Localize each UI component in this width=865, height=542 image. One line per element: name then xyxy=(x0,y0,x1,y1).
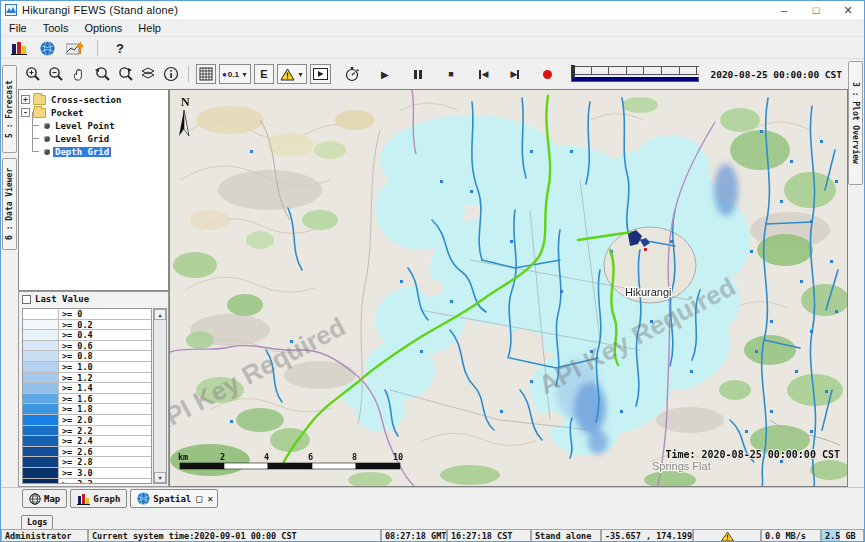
right-dock-strip: 3 : Plot Overview xyxy=(847,61,864,487)
svg-text:10: 10 xyxy=(393,452,403,462)
current-time-label: 2020-08-25 00:00:00 CST xyxy=(710,69,842,80)
menu-file[interactable]: File xyxy=(1,20,35,36)
folder-icon xyxy=(33,108,46,118)
scroll-down-icon[interactable]: ▼ xyxy=(154,472,166,483)
legend-swatch xyxy=(23,383,59,393)
zoom-next-icon[interactable] xyxy=(115,64,135,84)
timeline-thumb[interactable] xyxy=(571,65,575,78)
collapse-icon[interactable]: - xyxy=(21,108,30,117)
help-button[interactable]: ? xyxy=(110,38,130,58)
close-button[interactable]: ✕ xyxy=(832,1,864,19)
legend-row: >= 3.0 xyxy=(23,468,151,479)
tab-maximize-icon[interactable]: □ xyxy=(196,493,202,504)
left-dock-strip: 5 : Forecast 6 : Data Viewer xyxy=(1,65,18,487)
tab-spatial[interactable]: Spatial □ ✕ xyxy=(130,489,218,508)
node-bullet-icon xyxy=(44,123,50,129)
legend-swatch xyxy=(23,415,59,425)
legend-row: >= 1.8 xyxy=(23,404,151,415)
maximize-button[interactable]: □ xyxy=(800,1,832,19)
scroll-up-icon[interactable]: ▲ xyxy=(154,309,166,320)
svg-text:8: 8 xyxy=(352,452,357,462)
status-coordinates: -35.657 , 174.199 xyxy=(601,529,693,542)
tab-map[interactable]: Map xyxy=(22,489,67,508)
last-value-label: Last Value xyxy=(35,294,89,304)
record-button[interactable] xyxy=(538,64,558,84)
legend-row: >= 0.8 xyxy=(23,351,151,362)
step-forward-button[interactable]: ▶ xyxy=(505,64,525,84)
last-value-checkbox[interactable] xyxy=(22,295,31,304)
status-mode: Stand alone xyxy=(531,529,601,542)
legend-swatch xyxy=(23,373,59,383)
animation-dialog-button[interactable] xyxy=(310,64,331,84)
globe-icon[interactable] xyxy=(37,38,57,58)
tab-forecast[interactable]: 5 : Forecast xyxy=(2,65,17,153)
layers-tree: + Cross-section - Pocket Level Point Lev… xyxy=(18,89,169,291)
chevron-down-icon: ▼ xyxy=(297,71,304,78)
legend-row: >= 1.4 xyxy=(23,383,151,394)
timeline-slider[interactable] xyxy=(571,66,700,82)
timer-icon[interactable] xyxy=(342,64,362,84)
database-chart-icon[interactable] xyxy=(9,38,29,58)
tab-plot-overview[interactable]: 3 : Plot Overview xyxy=(848,61,863,185)
town-label: Hikurangi xyxy=(625,286,671,298)
tab-data-viewer[interactable]: 6 : Data Viewer xyxy=(2,158,17,250)
menu-help[interactable]: Help xyxy=(130,20,169,36)
legend-swatch xyxy=(23,447,59,457)
tree-node-level-grid[interactable]: Level Grid xyxy=(21,132,166,145)
legend-swatch xyxy=(23,426,59,436)
classbreaks-dropdown[interactable]: ● 0.1 ▼ xyxy=(219,64,251,84)
step-back-button[interactable]: ◀ xyxy=(474,64,494,84)
info-icon[interactable] xyxy=(161,64,181,84)
tree-node-depth-grid[interactable]: Depth Grid xyxy=(21,145,166,158)
legend-row: >= 2.8 xyxy=(23,457,151,468)
menu-bar: File Tools Options Help xyxy=(1,19,864,37)
thresholds-dropdown[interactable]: ▼ xyxy=(277,64,307,84)
legend-swatch xyxy=(23,479,59,485)
tree-node-cross-section[interactable]: + Cross-section xyxy=(21,93,166,106)
svg-text:6: 6 xyxy=(308,452,313,462)
legend-toggle-button[interactable]: E xyxy=(254,64,274,84)
tree-node-level-point[interactable]: Level Point xyxy=(21,119,166,132)
map-canvas[interactable]: API Key Required API Key Required Hikura… xyxy=(169,89,848,487)
status-warning-cell xyxy=(693,529,761,542)
status-user: Administrator xyxy=(1,529,88,542)
svg-text:4: 4 xyxy=(264,452,269,462)
logs-button[interactable]: Logs xyxy=(21,515,53,530)
chevron-down-icon: ▼ xyxy=(241,71,248,78)
timeline-period-bar xyxy=(571,77,700,82)
classbreaks-value: 0.1 xyxy=(228,70,239,79)
locality-label: Springs Flat xyxy=(652,460,711,472)
tab-graph[interactable]: Graph xyxy=(70,489,127,508)
legend-swatch xyxy=(23,330,59,340)
status-gmt-time: 08:27:18 GMT xyxy=(381,529,447,542)
legend-panel: Last Value >= 0 >= 0.2 >= 0.4 >= 0.6 >= … xyxy=(18,291,169,487)
minimize-button[interactable]: – xyxy=(768,1,800,19)
menu-options[interactable]: Options xyxy=(76,20,130,36)
legend-row: >= 2.0 xyxy=(23,415,151,426)
tree-node-pocket[interactable]: - Pocket xyxy=(21,106,166,119)
legend-row: >= 0.6 xyxy=(23,341,151,352)
legend-row: >= 1.6 xyxy=(23,394,151,405)
app-window: Hikurangi FEWS (Stand alone) – □ ✕ File … xyxy=(0,0,865,542)
layers-icon[interactable] xyxy=(138,64,158,84)
zoom-out-icon[interactable] xyxy=(46,64,66,84)
status-bar: Administrator Current system time:2020-0… xyxy=(1,529,864,542)
status-memory: 2.5 GB xyxy=(821,529,864,542)
stop-button[interactable]: ■ xyxy=(441,64,461,84)
toolbar-separator xyxy=(97,40,98,56)
menu-tools[interactable]: Tools xyxy=(35,20,77,36)
timeseries-import-icon[interactable] xyxy=(65,38,85,58)
pause-button[interactable] xyxy=(408,64,428,84)
status-network-rate: 0.0 MB/s xyxy=(761,529,821,542)
tab-close-icon[interactable]: ✕ xyxy=(207,493,213,504)
legend-scrollbar[interactable]: ▲ ▼ xyxy=(153,308,167,484)
svg-text:km: km xyxy=(178,452,188,462)
zoom-previous-icon[interactable] xyxy=(92,64,112,84)
pan-hand-icon[interactable] xyxy=(69,64,89,84)
legend-row: >= 0.2 xyxy=(23,320,151,331)
grid-display-button[interactable] xyxy=(196,64,216,84)
zoom-in-icon[interactable] xyxy=(23,64,43,84)
play-button[interactable]: ▶ xyxy=(375,64,395,84)
main-toolbar: ? xyxy=(1,38,864,58)
expand-icon[interactable]: + xyxy=(21,95,30,104)
